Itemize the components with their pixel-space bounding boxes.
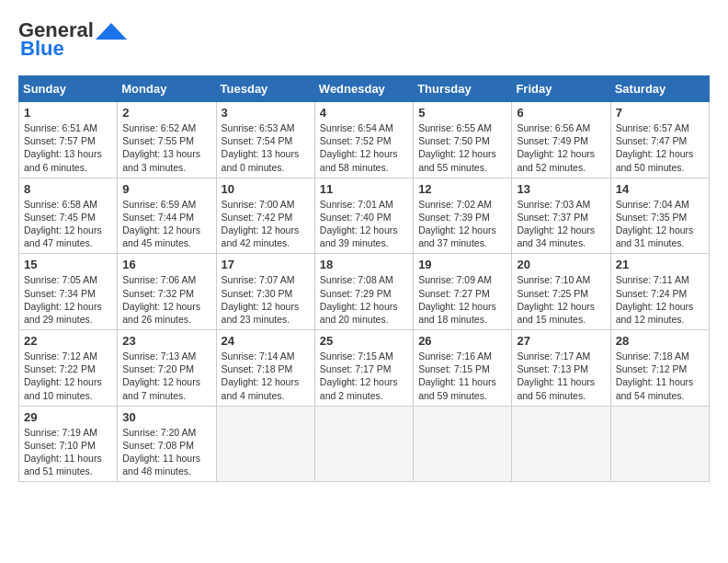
calendar-day-cell: 17Sunrise: 7:07 AMSunset: 7:30 PMDayligh… — [216, 254, 314, 330]
calendar-day-cell — [314, 406, 413, 482]
day-number: 27 — [517, 334, 605, 348]
day-number: 10 — [222, 182, 310, 196]
day-number: 2 — [122, 106, 210, 120]
calendar-day-cell: 6Sunrise: 6:56 AMSunset: 7:49 PMDaylight… — [512, 102, 610, 178]
calendar-week-row: 15Sunrise: 7:05 AMSunset: 7:34 PMDayligh… — [19, 254, 710, 330]
calendar-day-cell: 30Sunrise: 7:20 AMSunset: 7:08 PMDayligh… — [118, 406, 216, 482]
day-info: Sunrise: 6:55 AMSunset: 7:50 PMDaylight:… — [418, 121, 506, 174]
calendar-day-cell: 10Sunrise: 7:00 AMSunset: 7:42 PMDayligh… — [216, 178, 314, 254]
day-number: 8 — [24, 182, 112, 196]
calendar-header-cell: Wednesday — [314, 76, 413, 102]
day-info: Sunrise: 7:06 AMSunset: 7:32 PMDaylight:… — [122, 273, 210, 326]
day-number: 19 — [418, 258, 506, 271]
calendar-header-row: SundayMondayTuesdayWednesdayThursdayFrid… — [19, 76, 710, 102]
calendar-day-cell: 29Sunrise: 7:19 AMSunset: 7:10 PMDayligh… — [19, 406, 118, 482]
day-info: Sunrise: 7:04 AMSunset: 7:35 PMDaylight:… — [616, 198, 704, 250]
calendar-day-cell: 18Sunrise: 7:08 AMSunset: 7:29 PMDayligh… — [314, 254, 413, 330]
day-info: Sunrise: 7:02 AMSunset: 7:39 PMDaylight:… — [418, 198, 506, 250]
calendar-day-cell: 19Sunrise: 7:09 AMSunset: 7:27 PMDayligh… — [414, 254, 512, 330]
calendar-header-cell: Saturday — [610, 76, 709, 102]
day-number: 4 — [320, 106, 408, 120]
calendar-day-cell: 11Sunrise: 7:01 AMSunset: 7:40 PMDayligh… — [314, 178, 413, 254]
calendar-day-cell — [610, 406, 709, 482]
logo-icon — [96, 23, 127, 40]
day-info: Sunrise: 7:01 AMSunset: 7:40 PMDaylight:… — [320, 198, 408, 250]
day-number: 23 — [122, 334, 210, 348]
day-info: Sunrise: 6:59 AMSunset: 7:44 PMDaylight:… — [122, 198, 210, 250]
calendar-day-cell: 13Sunrise: 7:03 AMSunset: 7:37 PMDayligh… — [512, 178, 610, 254]
calendar-day-cell: 25Sunrise: 7:15 AMSunset: 7:17 PMDayligh… — [314, 330, 413, 407]
page-header: General Blue — [18, 18, 710, 61]
calendar-week-row: 22Sunrise: 7:12 AMSunset: 7:22 PMDayligh… — [19, 330, 710, 407]
calendar-day-cell: 16Sunrise: 7:06 AMSunset: 7:32 PMDayligh… — [118, 254, 216, 330]
day-number: 1 — [24, 106, 112, 120]
day-info: Sunrise: 7:07 AMSunset: 7:30 PMDaylight:… — [222, 273, 310, 326]
calendar-day-cell: 7Sunrise: 6:57 AMSunset: 7:47 PMDaylight… — [610, 102, 709, 178]
calendar-header-cell: Thursday — [414, 76, 512, 102]
svg-marker-0 — [96, 23, 127, 40]
calendar-table: SundayMondayTuesdayWednesdayThursdayFrid… — [18, 75, 710, 482]
calendar-week-row: 29Sunrise: 7:19 AMSunset: 7:10 PMDayligh… — [19, 406, 710, 482]
day-number: 30 — [122, 410, 210, 424]
calendar-day-cell: 4Sunrise: 6:54 AMSunset: 7:52 PMDaylight… — [314, 102, 413, 178]
day-number: 17 — [222, 258, 310, 271]
day-info: Sunrise: 7:14 AMSunset: 7:18 PMDaylight:… — [222, 350, 310, 402]
day-info: Sunrise: 7:13 AMSunset: 7:20 PMDaylight:… — [122, 350, 210, 402]
day-number: 9 — [122, 182, 210, 196]
day-number: 6 — [517, 106, 605, 120]
day-info: Sunrise: 6:52 AMSunset: 7:55 PMDaylight:… — [122, 121, 210, 174]
day-info: Sunrise: 6:56 AMSunset: 7:49 PMDaylight:… — [517, 121, 605, 174]
calendar-day-cell: 8Sunrise: 6:58 AMSunset: 7:45 PMDaylight… — [19, 178, 118, 254]
calendar-day-cell — [414, 406, 512, 482]
calendar-header-cell: Friday — [512, 76, 610, 102]
calendar-day-cell — [216, 406, 314, 482]
calendar-day-cell: 2Sunrise: 6:52 AMSunset: 7:55 PMDaylight… — [118, 102, 216, 178]
calendar-day-cell: 21Sunrise: 7:11 AMSunset: 7:24 PMDayligh… — [610, 254, 709, 330]
calendar-header-cell: Monday — [118, 76, 216, 102]
calendar-day-cell: 22Sunrise: 7:12 AMSunset: 7:22 PMDayligh… — [19, 330, 118, 407]
day-info: Sunrise: 6:58 AMSunset: 7:45 PMDaylight:… — [24, 198, 112, 250]
calendar-day-cell: 26Sunrise: 7:16 AMSunset: 7:15 PMDayligh… — [414, 330, 512, 407]
day-number: 26 — [418, 334, 506, 348]
calendar-day-cell: 1Sunrise: 6:51 AMSunset: 7:57 PMDaylight… — [19, 102, 118, 178]
calendar-day-cell: 12Sunrise: 7:02 AMSunset: 7:39 PMDayligh… — [414, 178, 512, 254]
calendar-day-cell: 27Sunrise: 7:17 AMSunset: 7:13 PMDayligh… — [512, 330, 610, 407]
day-info: Sunrise: 7:11 AMSunset: 7:24 PMDaylight:… — [616, 273, 704, 326]
day-number: 20 — [517, 258, 605, 271]
calendar-day-cell: 28Sunrise: 7:18 AMSunset: 7:12 PMDayligh… — [610, 330, 709, 407]
day-info: Sunrise: 7:18 AMSunset: 7:12 PMDaylight:… — [616, 350, 704, 402]
day-number: 18 — [320, 258, 408, 271]
day-info: Sunrise: 6:53 AMSunset: 7:54 PMDaylight:… — [222, 121, 310, 174]
day-number: 25 — [320, 334, 408, 348]
day-number: 16 — [122, 258, 210, 271]
calendar-week-row: 1Sunrise: 6:51 AMSunset: 7:57 PMDaylight… — [19, 102, 710, 178]
calendar-day-cell: 14Sunrise: 7:04 AMSunset: 7:35 PMDayligh… — [610, 178, 709, 254]
calendar-day-cell: 15Sunrise: 7:05 AMSunset: 7:34 PMDayligh… — [19, 254, 118, 330]
day-number: 22 — [24, 334, 112, 348]
day-number: 24 — [222, 334, 310, 348]
calendar-day-cell: 5Sunrise: 6:55 AMSunset: 7:50 PMDaylight… — [414, 102, 512, 178]
day-info: Sunrise: 6:57 AMSunset: 7:47 PMDaylight:… — [616, 121, 704, 174]
day-info: Sunrise: 7:15 AMSunset: 7:17 PMDaylight:… — [320, 350, 408, 402]
day-number: 7 — [616, 106, 704, 120]
day-number: 5 — [418, 106, 506, 120]
day-info: Sunrise: 6:54 AMSunset: 7:52 PMDaylight:… — [320, 121, 408, 174]
day-info: Sunrise: 7:03 AMSunset: 7:37 PMDaylight:… — [517, 198, 605, 250]
day-info: Sunrise: 7:17 AMSunset: 7:13 PMDaylight:… — [517, 350, 605, 402]
day-info: Sunrise: 7:16 AMSunset: 7:15 PMDaylight:… — [418, 350, 506, 402]
day-number: 14 — [616, 182, 704, 196]
logo-blue: Blue — [20, 37, 64, 61]
day-info: Sunrise: 7:05 AMSunset: 7:34 PMDaylight:… — [24, 273, 112, 326]
day-number: 11 — [320, 182, 408, 196]
day-number: 12 — [418, 182, 506, 196]
day-info: Sunrise: 7:09 AMSunset: 7:27 PMDaylight:… — [418, 273, 506, 326]
day-info: Sunrise: 7:20 AMSunset: 7:08 PMDaylight:… — [122, 426, 210, 478]
calendar-day-cell: 20Sunrise: 7:10 AMSunset: 7:25 PMDayligh… — [512, 254, 610, 330]
calendar-day-cell: 23Sunrise: 7:13 AMSunset: 7:20 PMDayligh… — [118, 330, 216, 407]
day-number: 21 — [616, 258, 704, 271]
calendar-header-cell: Tuesday — [216, 76, 314, 102]
calendar-header-cell: Sunday — [19, 76, 118, 102]
day-number: 13 — [517, 182, 605, 196]
calendar-day-cell: 3Sunrise: 6:53 AMSunset: 7:54 PMDaylight… — [216, 102, 314, 178]
calendar-day-cell: 9Sunrise: 6:59 AMSunset: 7:44 PMDaylight… — [118, 178, 216, 254]
